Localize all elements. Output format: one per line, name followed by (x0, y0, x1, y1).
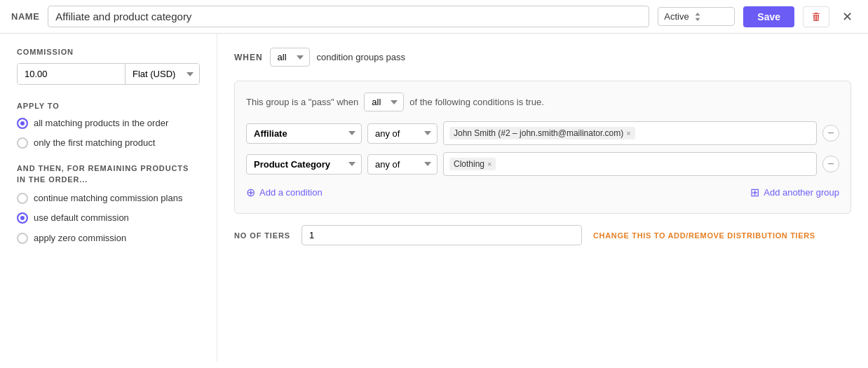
condition-2-op-select[interactable]: any of none of is (367, 154, 438, 175)
add-group-label: Add another group (764, 187, 839, 198)
condition-1-value-box[interactable]: John Smith (#2 – john.smith@mailinator.c… (443, 121, 817, 145)
condition-2-value-box[interactable]: Clothing × (443, 152, 817, 176)
when-label: WHEN (234, 53, 263, 62)
remaining-default-label: use default commission (34, 212, 129, 224)
remaining-continue-label: continue matching commission plans (34, 192, 182, 205)
apply-to-radio-group: all matching products in the order only … (17, 117, 200, 149)
condition-1-tag-0-remove[interactable]: × (626, 130, 630, 137)
apply-to-section: APPLY TO all matching products in the or… (17, 102, 200, 149)
remaining-radio-group: continue matching commission plans use d… (17, 192, 200, 245)
add-group-icon: ⊞ (750, 186, 759, 199)
tiers-input[interactable] (301, 225, 582, 245)
condition-2-field-select[interactable]: Affiliate Product Category (246, 154, 362, 175)
commission-amount-input[interactable] (18, 64, 125, 84)
apply-to-first-input[interactable] (17, 137, 28, 149)
group-pass-suffix: of the following conditions is true. (409, 97, 544, 107)
delete-icon (811, 11, 822, 22)
tiers-label: NO OF TIERS (234, 231, 290, 240)
status-value: Active (664, 11, 689, 22)
add-condition-button[interactable]: ⊕ Add a condition (246, 183, 323, 202)
group-pass-row: This group is a "pass" when all any of t… (246, 93, 839, 111)
condition-1-tag-0: John Smith (#2 – john.smith@mailinator.c… (449, 127, 635, 139)
apply-to-first-matching[interactable]: only the first matching product (17, 137, 200, 149)
remaining-use-default[interactable]: use default commission (17, 212, 200, 224)
remaining-label: AND THEN, FOR REMAINING PRODUCTS IN THE … (17, 163, 200, 185)
condition-row-affiliate: Affiliate Product Category any of none o… (246, 121, 839, 145)
condition-2-tag-0: Clothing × (449, 158, 496, 170)
when-suffix: condition groups pass (317, 52, 405, 62)
remaining-section: AND THEN, FOR REMAINING PRODUCTS IN THE … (17, 163, 200, 244)
when-row: WHEN all any condition groups pass (234, 48, 851, 67)
tiers-change-link[interactable]: CHANGE THIS TO ADD/REMOVE DISTRIBUTION T… (593, 231, 815, 240)
add-condition-icon: ⊕ (246, 186, 255, 199)
commission-input-row: Flat (USD) Percentage (17, 63, 200, 85)
condition-1-remove-btn[interactable]: − (822, 125, 839, 142)
condition-1-tag-0-label: John Smith (#2 – john.smith@mailinator.c… (454, 128, 623, 138)
delete-button[interactable] (803, 6, 829, 27)
group-pass-prefix: This group is a "pass" when (246, 97, 358, 107)
save-button[interactable]: Save (743, 6, 794, 27)
condition-1-field-select[interactable]: Affiliate Product Category (246, 123, 362, 144)
remaining-continue-input[interactable] (17, 193, 28, 204)
remaining-continue[interactable]: continue matching commission plans (17, 192, 200, 205)
tiers-row: NO OF TIERS CHANGE THIS TO ADD/REMOVE DI… (234, 225, 851, 245)
remaining-zero[interactable]: apply zero commission (17, 232, 200, 245)
apply-to-all-input[interactable] (17, 118, 28, 129)
apply-to-first-label: only the first matching product (34, 137, 155, 149)
remaining-zero-label: apply zero commission (34, 232, 126, 245)
when-select[interactable]: all any (270, 48, 310, 67)
remaining-default-input[interactable] (17, 212, 28, 224)
left-panel: COMMISSION Flat (USD) Percentage APPLY T… (0, 34, 217, 362)
status-select[interactable]: Active (658, 7, 735, 26)
commission-type-select[interactable]: Flat (USD) Percentage (125, 64, 199, 84)
condition-row-product-category: Affiliate Product Category any of none o… (246, 152, 839, 176)
add-condition-label: Add a condition (259, 187, 323, 198)
right-panel: WHEN all any condition groups pass This … (217, 34, 868, 362)
commission-section-label: COMMISSION (17, 48, 200, 56)
condition-group: This group is a "pass" when all any of t… (234, 81, 851, 214)
condition-2-tag-0-label: Clothing (454, 159, 484, 169)
condition-2-tag-0-remove[interactable]: × (487, 161, 491, 168)
apply-to-all-matching[interactable]: all matching products in the order (17, 117, 200, 130)
close-button[interactable]: ✕ (838, 6, 857, 27)
condition-1-op-select[interactable]: any of none of is (367, 123, 438, 144)
header: NAME Active Save ✕ (0, 0, 868, 34)
apply-to-label: APPLY TO (17, 102, 200, 110)
apply-to-all-label: all matching products in the order (34, 117, 168, 130)
group-footer: ⊕ Add a condition ⊞ Add another group (246, 183, 839, 202)
plan-name-input[interactable] (48, 6, 649, 27)
condition-2-remove-btn[interactable]: − (822, 156, 839, 172)
chevron-updown-icon (693, 13, 702, 21)
remaining-zero-input[interactable] (17, 233, 28, 244)
name-label: NAME (11, 11, 39, 22)
group-pass-select[interactable]: all any (364, 93, 404, 111)
main-layout: COMMISSION Flat (USD) Percentage APPLY T… (0, 34, 868, 362)
add-another-group-button[interactable]: ⊞ Add another group (750, 183, 839, 202)
